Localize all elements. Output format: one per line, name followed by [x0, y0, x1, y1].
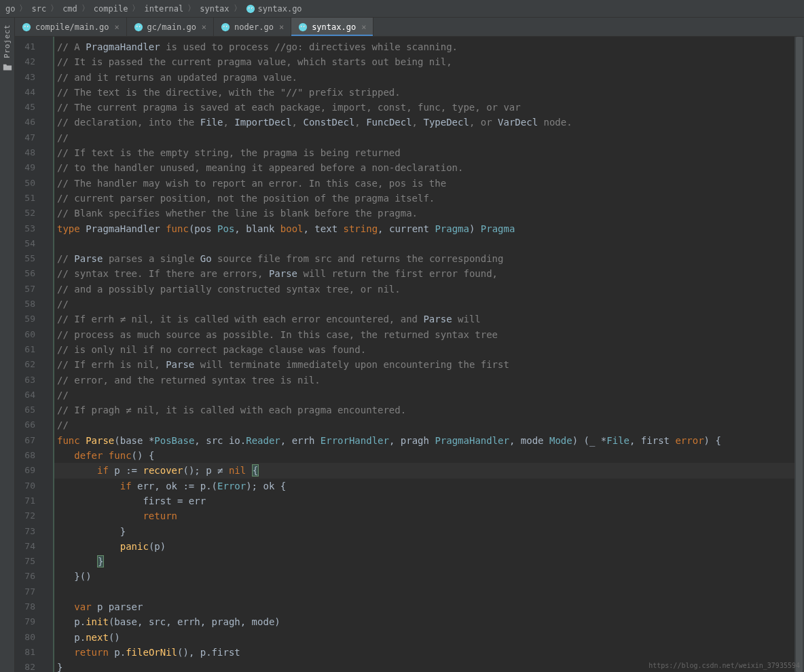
code-line[interactable]: return — [54, 508, 794, 523]
close-icon[interactable]: × — [114, 22, 119, 32]
code-line[interactable]: // Blank specifies whether the line is b… — [54, 206, 794, 221]
code-line[interactable]: // and it returns an updated pragma valu… — [54, 70, 794, 85]
svg-point-19 — [227, 26, 227, 26]
line-number: 73 — [20, 524, 35, 539]
line-number: 46 — [20, 115, 35, 130]
code-line[interactable]: // — [54, 297, 794, 312]
line-number: 67 — [20, 433, 35, 448]
fold-column[interactable] — [43, 37, 53, 672]
code-line[interactable]: } — [54, 554, 794, 569]
breadcrumb-item[interactable]: syntax — [200, 4, 229, 14]
chevron-right-icon: 〉 — [19, 3, 27, 14]
svg-point-13 — [136, 26, 137, 26]
line-number: 53 — [20, 221, 35, 236]
code-line[interactable]: // to the handler unused, meaning it app… — [54, 160, 794, 175]
code-line[interactable]: panic(p) — [54, 539, 794, 554]
line-number: 62 — [20, 357, 35, 372]
scrollbar-thumb[interactable] — [796, 37, 803, 672]
folder-icon — [3, 62, 12, 72]
code-line[interactable]: return p.fileOrNil(), p.first — [54, 645, 794, 660]
svg-point-10 — [134, 22, 142, 31]
code-line[interactable] — [54, 584, 794, 599]
code-line[interactable]: // — [54, 388, 794, 403]
line-number: 55 — [20, 251, 35, 266]
line-number: 72 — [20, 508, 35, 523]
code-line[interactable]: var p parser — [54, 599, 794, 614]
code-line[interactable]: // If errh ≠ nil, it is called with each… — [54, 312, 794, 326]
code-line[interactable]: if p := recover(); p ≠ nil { — [54, 463, 794, 478]
code-line[interactable]: // is only nil if no correct package cla… — [54, 342, 794, 357]
svg-point-9 — [28, 26, 29, 26]
chevron-right-icon: 〉 — [234, 3, 242, 14]
line-number: 68 — [20, 448, 35, 463]
code-line[interactable]: // If text is the empty string, the prag… — [54, 145, 794, 160]
code-line[interactable]: // declaration, into the File, ImportDec… — [54, 115, 794, 130]
code-line[interactable]: // process as much source as possible. I… — [54, 327, 794, 342]
line-number: 69 — [20, 463, 35, 478]
svg-point-0 — [246, 4, 254, 12]
code-line[interactable]: if err, ok := p.(Error); ok { — [54, 479, 794, 493]
code-line[interactable]: // If errh is nil, Parse will terminate … — [54, 357, 794, 372]
code-line[interactable]: // — [54, 417, 794, 432]
tab-label: syntax.go — [312, 22, 356, 32]
line-number: 47 — [20, 130, 35, 145]
line-number: 45 — [20, 100, 35, 115]
breadcrumb: go〉src〉cmd〉compile〉internal〉syntax〉 synt… — [0, 0, 804, 18]
code-line[interactable]: type PragmaHandler func(pos Pos, blank b… — [54, 221, 794, 236]
svg-point-15 — [221, 22, 230, 31]
code-line[interactable]: defer func() { — [54, 448, 794, 463]
code-line[interactable]: // Parse parses a single Go source file … — [54, 251, 794, 266]
line-number: 61 — [20, 342, 35, 357]
code-line[interactable]: p.init(base, src, errh, pragh, mode) — [54, 614, 794, 629]
close-icon[interactable]: × — [202, 22, 206, 32]
code-line[interactable]: }() — [54, 569, 794, 584]
code-editor[interactable]: // A PragmaHandler is used to process //… — [53, 37, 794, 672]
svg-point-8 — [25, 26, 26, 26]
chevron-right-icon: 〉 — [132, 3, 140, 14]
svg-point-5 — [22, 22, 31, 31]
code-line[interactable]: // A PragmaHandler is used to process //… — [54, 39, 794, 54]
line-number: 49 — [20, 160, 35, 175]
code-line[interactable]: func Parse(base *PosBase, src io.Reader,… — [54, 433, 794, 448]
editor-tab[interactable]: compile/main.go× — [15, 18, 127, 36]
editor-tab[interactable]: noder.go× — [214, 18, 291, 36]
code-line[interactable]: first = err — [54, 493, 794, 508]
code-line[interactable]: // It is passed the current pragma value… — [54, 54, 794, 69]
editor-tab[interactable]: gc/main.go× — [127, 18, 214, 36]
svg-point-3 — [249, 7, 249, 8]
code-line[interactable]: // The handler may wish to report an err… — [54, 176, 794, 191]
scrollbar-vertical[interactable] — [794, 37, 804, 672]
code-line[interactable]: // current parser position, not the posi… — [54, 191, 794, 206]
breadcrumb-item[interactable]: src — [31, 4, 46, 14]
code-line[interactable]: // If pragh ≠ nil, it is called with eac… — [54, 403, 794, 417]
line-number: 57 — [20, 282, 35, 297]
code-line[interactable]: // error, and the returned syntax tree i… — [54, 373, 794, 388]
code-line[interactable]: // syntax tree. If there are errors, Par… — [54, 266, 794, 281]
code-line[interactable] — [54, 236, 794, 251]
code-line[interactable]: p.next() — [54, 630, 794, 645]
line-number: 77 — [20, 584, 35, 599]
editor-tab[interactable]: syntax.go× — [291, 18, 373, 36]
svg-point-14 — [140, 26, 141, 26]
code-line[interactable]: // The text is the directive, with the "… — [54, 85, 794, 100]
breadcrumb-item[interactable]: internal — [144, 4, 183, 14]
close-icon[interactable]: × — [279, 22, 284, 32]
code-line[interactable]: // The current pragma is saved at each p… — [54, 100, 794, 115]
code-line[interactable]: // — [54, 130, 794, 145]
code-line[interactable]: // and a possibly partially constructed … — [54, 282, 794, 297]
svg-point-20 — [299, 22, 307, 31]
tool-window-label[interactable]: Project — [3, 24, 12, 58]
tool-window-project[interactable]: Project — [0, 18, 15, 672]
svg-point-23 — [302, 26, 302, 26]
breadcrumb-item[interactable]: go — [5, 4, 15, 14]
breadcrumb-item[interactable]: syntax.go — [246, 4, 302, 14]
line-number: 76 — [20, 569, 35, 584]
line-number: 66 — [20, 417, 35, 432]
breadcrumb-item[interactable]: compile — [94, 4, 128, 14]
close-icon[interactable]: × — [361, 22, 366, 32]
line-number: 50 — [20, 176, 35, 191]
editor-tabs: compile/main.go× gc/main.go× noder.go× s… — [15, 18, 804, 37]
chevron-right-icon: 〉 — [81, 3, 90, 14]
breadcrumb-item[interactable]: cmd — [62, 4, 77, 14]
code-line[interactable]: } — [54, 524, 794, 539]
